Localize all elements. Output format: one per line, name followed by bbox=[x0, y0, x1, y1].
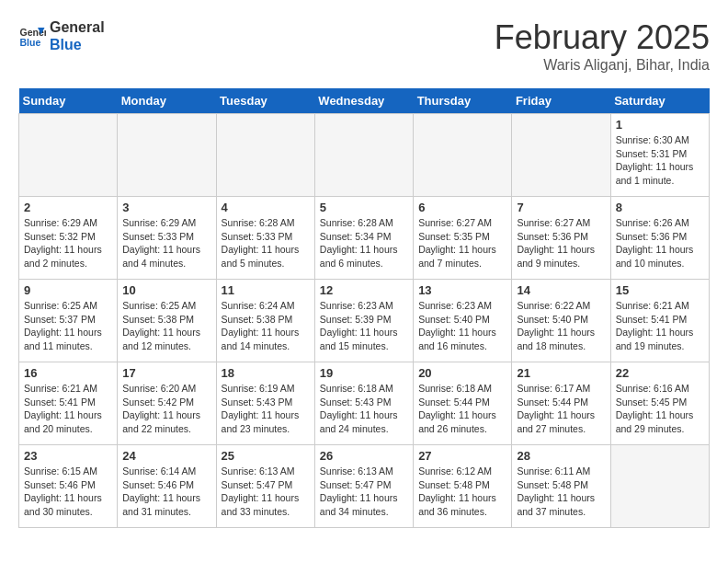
svg-text:Blue: Blue bbox=[20, 37, 41, 48]
day-number: 1 bbox=[616, 118, 704, 132]
day-cell bbox=[216, 114, 314, 197]
day-number: 9 bbox=[24, 283, 112, 297]
day-info: Sunrise: 6:24 AM Sunset: 5:38 PM Dayligh… bbox=[222, 299, 310, 353]
page-header: General Blue General Blue February 2025 … bbox=[18, 18, 710, 74]
day-number: 25 bbox=[222, 449, 310, 463]
day-cell: 27Sunrise: 6:12 AM Sunset: 5:48 PM Dayli… bbox=[414, 445, 512, 528]
day-cell: 23Sunrise: 6:15 AM Sunset: 5:46 PM Dayli… bbox=[19, 445, 118, 528]
day-number: 20 bbox=[418, 366, 506, 380]
day-cell bbox=[414, 114, 512, 197]
day-info: Sunrise: 6:14 AM Sunset: 5:46 PM Dayligh… bbox=[122, 465, 210, 519]
week-row-1: 1Sunrise: 6:30 AM Sunset: 5:31 PM Daylig… bbox=[19, 114, 710, 197]
day-cell: 3Sunrise: 6:29 AM Sunset: 5:33 PM Daylig… bbox=[118, 197, 216, 280]
day-cell: 7Sunrise: 6:27 AM Sunset: 5:36 PM Daylig… bbox=[512, 197, 610, 280]
day-number: 21 bbox=[517, 366, 605, 380]
day-number: 14 bbox=[517, 283, 605, 297]
week-row-2: 2Sunrise: 6:29 AM Sunset: 5:32 PM Daylig… bbox=[19, 197, 710, 280]
day-number: 8 bbox=[616, 201, 704, 214]
day-info: Sunrise: 6:12 AM Sunset: 5:48 PM Dayligh… bbox=[418, 465, 506, 519]
day-info: Sunrise: 6:17 AM Sunset: 5:44 PM Dayligh… bbox=[517, 382, 605, 436]
day-cell: 25Sunrise: 6:13 AM Sunset: 5:47 PM Dayli… bbox=[216, 445, 314, 528]
week-row-5: 23Sunrise: 6:15 AM Sunset: 5:46 PM Dayli… bbox=[19, 445, 710, 528]
day-number: 11 bbox=[222, 283, 310, 297]
day-cell: 18Sunrise: 6:19 AM Sunset: 5:43 PM Dayli… bbox=[216, 362, 314, 445]
day-cell: 6Sunrise: 6:27 AM Sunset: 5:35 PM Daylig… bbox=[414, 197, 512, 280]
header-thursday: Thursday bbox=[414, 88, 512, 114]
day-cell bbox=[19, 114, 118, 197]
week-row-3: 9Sunrise: 6:25 AM Sunset: 5:37 PM Daylig… bbox=[19, 280, 710, 362]
day-info: Sunrise: 6:20 AM Sunset: 5:42 PM Dayligh… bbox=[122, 382, 210, 436]
day-info: Sunrise: 6:13 AM Sunset: 5:47 PM Dayligh… bbox=[222, 465, 310, 519]
day-number: 27 bbox=[418, 449, 506, 463]
day-info: Sunrise: 6:16 AM Sunset: 5:45 PM Dayligh… bbox=[616, 382, 704, 436]
day-cell: 21Sunrise: 6:17 AM Sunset: 5:44 PM Dayli… bbox=[512, 362, 610, 445]
day-cell: 8Sunrise: 6:26 AM Sunset: 5:36 PM Daylig… bbox=[610, 197, 709, 280]
day-number: 26 bbox=[320, 449, 408, 463]
day-number: 4 bbox=[222, 201, 310, 214]
day-cell bbox=[314, 114, 413, 197]
day-cell: 26Sunrise: 6:13 AM Sunset: 5:47 PM Dayli… bbox=[314, 445, 413, 528]
header-friday: Friday bbox=[512, 88, 610, 114]
day-cell: 20Sunrise: 6:18 AM Sunset: 5:44 PM Dayli… bbox=[414, 362, 512, 445]
day-number: 16 bbox=[24, 366, 112, 380]
day-cell bbox=[610, 445, 709, 528]
day-cell: 16Sunrise: 6:21 AM Sunset: 5:41 PM Dayli… bbox=[19, 362, 118, 445]
day-info: Sunrise: 6:11 AM Sunset: 5:48 PM Dayligh… bbox=[517, 465, 605, 519]
day-cell: 11Sunrise: 6:24 AM Sunset: 5:38 PM Dayli… bbox=[216, 280, 314, 362]
day-info: Sunrise: 6:21 AM Sunset: 5:41 PM Dayligh… bbox=[616, 299, 704, 353]
day-number: 22 bbox=[616, 366, 704, 380]
day-cell: 4Sunrise: 6:28 AM Sunset: 5:33 PM Daylig… bbox=[216, 197, 314, 280]
logo-general: General bbox=[50, 18, 105, 36]
day-cell: 14Sunrise: 6:22 AM Sunset: 5:40 PM Dayli… bbox=[512, 280, 610, 362]
day-info: Sunrise: 6:26 AM Sunset: 5:36 PM Dayligh… bbox=[616, 216, 704, 270]
day-number: 12 bbox=[320, 283, 408, 297]
day-cell: 17Sunrise: 6:20 AM Sunset: 5:42 PM Dayli… bbox=[118, 362, 216, 445]
day-cell: 5Sunrise: 6:28 AM Sunset: 5:34 PM Daylig… bbox=[314, 197, 413, 280]
day-cell: 1Sunrise: 6:30 AM Sunset: 5:31 PM Daylig… bbox=[610, 114, 709, 197]
day-number: 3 bbox=[122, 201, 210, 214]
day-info: Sunrise: 6:21 AM Sunset: 5:41 PM Dayligh… bbox=[24, 382, 112, 436]
day-number: 17 bbox=[122, 366, 210, 380]
day-number: 18 bbox=[222, 366, 310, 380]
day-cell: 19Sunrise: 6:18 AM Sunset: 5:43 PM Dayli… bbox=[314, 362, 413, 445]
day-number: 19 bbox=[320, 366, 408, 380]
header-saturday: Saturday bbox=[610, 88, 709, 114]
day-cell: 28Sunrise: 6:11 AM Sunset: 5:48 PM Dayli… bbox=[512, 445, 610, 528]
day-cell: 22Sunrise: 6:16 AM Sunset: 5:45 PM Dayli… bbox=[610, 362, 709, 445]
day-number: 2 bbox=[24, 201, 112, 214]
calendar-table: SundayMondayTuesdayWednesdayThursdayFrid… bbox=[18, 88, 710, 528]
day-info: Sunrise: 6:15 AM Sunset: 5:46 PM Dayligh… bbox=[24, 465, 112, 519]
day-cell: 12Sunrise: 6:23 AM Sunset: 5:39 PM Dayli… bbox=[314, 280, 413, 362]
day-info: Sunrise: 6:28 AM Sunset: 5:34 PM Dayligh… bbox=[320, 216, 408, 270]
day-info: Sunrise: 6:27 AM Sunset: 5:35 PM Dayligh… bbox=[418, 216, 506, 270]
header-monday: Monday bbox=[118, 88, 216, 114]
day-cell: 9Sunrise: 6:25 AM Sunset: 5:37 PM Daylig… bbox=[19, 280, 118, 362]
title-area: February 2025 Waris Aliganj, Bihar, Indi… bbox=[495, 18, 710, 74]
day-info: Sunrise: 6:23 AM Sunset: 5:40 PM Dayligh… bbox=[418, 299, 506, 353]
day-cell: 15Sunrise: 6:21 AM Sunset: 5:41 PM Dayli… bbox=[610, 280, 709, 362]
day-number: 13 bbox=[418, 283, 506, 297]
day-number: 10 bbox=[122, 283, 210, 297]
day-info: Sunrise: 6:30 AM Sunset: 5:31 PM Dayligh… bbox=[616, 133, 704, 188]
day-cell: 13Sunrise: 6:23 AM Sunset: 5:40 PM Dayli… bbox=[414, 280, 512, 362]
day-cell: 24Sunrise: 6:14 AM Sunset: 5:46 PM Dayli… bbox=[118, 445, 216, 528]
day-info: Sunrise: 6:18 AM Sunset: 5:44 PM Dayligh… bbox=[418, 382, 506, 436]
logo-blue: Blue bbox=[50, 36, 105, 53]
day-info: Sunrise: 6:27 AM Sunset: 5:36 PM Dayligh… bbox=[517, 216, 605, 270]
day-info: Sunrise: 6:18 AM Sunset: 5:43 PM Dayligh… bbox=[320, 382, 408, 436]
day-info: Sunrise: 6:22 AM Sunset: 5:40 PM Dayligh… bbox=[517, 299, 605, 353]
logo: General Blue General Blue bbox=[18, 18, 105, 53]
day-number: 15 bbox=[616, 283, 704, 297]
day-number: 23 bbox=[24, 449, 112, 463]
logo-icon: General Blue bbox=[18, 22, 46, 50]
day-info: Sunrise: 6:28 AM Sunset: 5:33 PM Dayligh… bbox=[222, 216, 310, 270]
header-tuesday: Tuesday bbox=[216, 88, 314, 114]
day-cell: 10Sunrise: 6:25 AM Sunset: 5:38 PM Dayli… bbox=[118, 280, 216, 362]
day-info: Sunrise: 6:23 AM Sunset: 5:39 PM Dayligh… bbox=[320, 299, 408, 353]
day-number: 5 bbox=[320, 201, 408, 214]
header-wednesday: Wednesday bbox=[314, 88, 413, 114]
day-number: 6 bbox=[418, 201, 506, 214]
day-cell bbox=[512, 114, 610, 197]
location-title: Waris Aliganj, Bihar, India bbox=[495, 57, 710, 74]
day-number: 7 bbox=[517, 201, 605, 214]
